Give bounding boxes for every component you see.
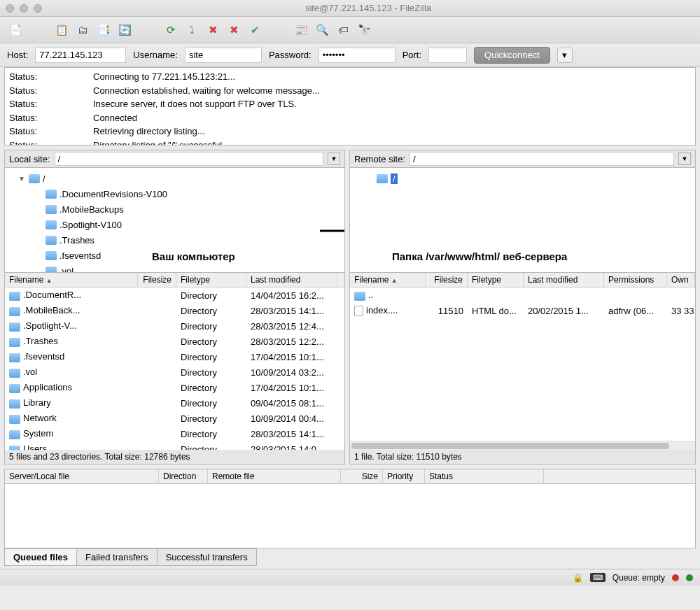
queue-status: Queue: empty <box>612 573 665 583</box>
list-item[interactable]: NetworkDirectory10/09/2014 00:4... <box>5 411 344 426</box>
list-item[interactable]: .volDirectory10/09/2014 03:2... <box>5 364 344 380</box>
folder-icon <box>9 307 20 316</box>
activity-indicator-1 <box>672 574 679 581</box>
rcol-modified[interactable]: Last modified <box>524 273 604 287</box>
sitemanager-icon[interactable]: 📄 <box>7 22 24 38</box>
rcol-filetype[interactable]: Filetype <box>468 273 524 287</box>
tree-item[interactable]: .vol <box>8 263 342 272</box>
list-item[interactable]: UsersDirectory28/03/2015 14:0... <box>5 441 344 450</box>
tab-successful[interactable]: Successful transfers <box>157 548 257 566</box>
rcol-filename[interactable]: Filename <box>354 275 388 285</box>
col-filename[interactable]: Filename <box>9 275 43 285</box>
list-item[interactable]: SystemDirectory28/03/2015 14:1... <box>5 426 344 441</box>
folder-icon <box>46 251 57 260</box>
folder-icon <box>9 322 20 332</box>
list-item[interactable]: .. <box>350 288 695 303</box>
folder-icon <box>46 267 57 273</box>
password-label: Password: <box>269 50 312 60</box>
message-log[interactable]: Status:Connecting to 77.221.145.123:21..… <box>4 67 696 146</box>
remote-file-list[interactable]: Filename ▲ Filesize Filetype Last modifi… <box>349 272 696 450</box>
horizontal-scrollbar[interactable] <box>350 441 695 450</box>
log-msg: Connected <box>93 111 137 125</box>
folder-icon <box>46 220 57 229</box>
tree-item[interactable]: / <box>353 171 692 186</box>
file-icon <box>354 306 363 316</box>
tab-failed[interactable]: Failed transfers <box>76 548 158 566</box>
host-input[interactable] <box>35 48 126 63</box>
tcol-direction[interactable]: Direction <box>159 469 208 483</box>
filter-icon[interactable]: ✔ <box>246 22 263 38</box>
toggle-queue-icon[interactable]: 📑 <box>95 22 112 38</box>
remote-path-input[interactable] <box>410 152 674 166</box>
list-item[interactable]: .TrashesDirectory28/03/2015 12:2... <box>5 334 344 349</box>
tcol-status[interactable]: Status <box>425 469 544 483</box>
rcol-permissions[interactable]: Permissions <box>604 273 667 287</box>
activity-indicator-2 <box>686 574 693 581</box>
list-item[interactable]: index....11510HTML do...20/02/2015 1...a… <box>350 303 695 318</box>
process-queue-icon[interactable]: ⟳ <box>162 22 179 38</box>
folder-icon <box>354 292 365 301</box>
transfer-queue: Server/Local file Direction Remote file … <box>4 469 696 566</box>
col-modified[interactable]: Last modified <box>246 273 337 287</box>
zoom-icon[interactable] <box>34 4 42 13</box>
log-key: Status: <box>9 97 93 111</box>
disconnect-icon[interactable]: ✖ <box>204 22 221 38</box>
rcol-filesize[interactable]: Filesize <box>426 273 468 287</box>
toggle-log-icon[interactable]: 📋 <box>53 22 70 38</box>
list-item[interactable]: LibraryDirectory09/04/2015 08:1... <box>5 395 344 411</box>
refresh-icon[interactable]: 🔄 <box>116 22 133 38</box>
toolbar: 📄 📋 🗂 📑 🔄 ⟳ ⤵ ✖ ✖ ✔ 📰 🔍 🏷 🔭 <box>0 17 700 43</box>
quickconnect-dropdown[interactable]: ▾ <box>557 48 573 63</box>
local-path-dropdown[interactable]: ▼ <box>328 152 340 165</box>
reconnect-icon[interactable]: ✖ <box>225 22 242 38</box>
transfer-body[interactable] <box>4 484 696 548</box>
sync-icon[interactable]: 🔍 <box>314 22 330 38</box>
bookmark-icon[interactable]: 🏷 <box>335 22 351 38</box>
close-icon[interactable] <box>6 4 14 13</box>
folder-icon <box>9 369 20 378</box>
local-site-label: Local site: <box>9 154 50 164</box>
remote-path-dropdown[interactable]: ▼ <box>678 152 691 165</box>
list-item[interactable]: .DocumentR...Directory14/04/2015 16:2... <box>5 288 344 303</box>
remote-status: 1 file. Total size: 11510 bytes <box>349 450 696 464</box>
password-input[interactable] <box>318 48 396 63</box>
log-key: Status: <box>9 111 93 125</box>
tcol-priority[interactable]: Priority <box>383 469 425 483</box>
minimize-icon[interactable] <box>20 4 28 13</box>
local-file-list[interactable]: Filename ▲ Filesize Filetype Last modifi… <box>4 272 345 450</box>
tcol-remote[interactable]: Remote file <box>208 469 341 483</box>
rcol-owner[interactable]: Own <box>667 273 695 287</box>
tab-queued[interactable]: Queued files <box>4 548 77 566</box>
local-tree[interactable]: ▼/.DocumentRevisions-V100.MobileBackups.… <box>4 167 345 272</box>
list-item[interactable]: .MobileBack...Directory28/03/2015 14:1..… <box>5 303 344 318</box>
local-path-input[interactable] <box>55 152 323 166</box>
log-msg: Connecting to 77.221.145.123:21... <box>93 70 235 84</box>
remote-tree[interactable]: / Папка /var/www/html/ веб-сервера <box>349 167 696 272</box>
folder-icon <box>9 430 20 439</box>
compare-icon[interactable]: 📰 <box>293 22 309 38</box>
search-icon[interactable]: 🔭 <box>356 22 372 38</box>
folder-icon <box>9 353 20 362</box>
port-input[interactable] <box>428 48 467 63</box>
username-input[interactable] <box>185 48 262 63</box>
list-item[interactable]: ApplicationsDirectory17/04/2015 10:1... <box>5 380 344 395</box>
list-item[interactable]: .Spotlight-V...Directory28/03/2015 12:4.… <box>5 318 344 334</box>
tcol-server[interactable]: Server/Local file <box>5 469 159 483</box>
tree-item[interactable]: .DocumentRevisions-V100 <box>8 186 342 201</box>
toggle-tree-icon[interactable]: 🗂 <box>74 22 91 38</box>
statusbar: 🔒 ⌨ Queue: empty <box>0 569 700 586</box>
window-title: site@77.221.145.123 - FileZilla <box>42 3 694 13</box>
tree-item[interactable]: .MobileBackups <box>8 201 342 217</box>
tree-item[interactable]: ▼/ <box>8 171 342 186</box>
local-annotation: Ваш компьютер <box>152 250 235 262</box>
tcol-size[interactable]: Size <box>341 469 383 483</box>
quickconnect-bar: Host: Username: Password: Port: Quickcon… <box>0 43 700 67</box>
col-filetype[interactable]: Filetype <box>176 273 246 287</box>
cancel-icon[interactable]: ⤵ <box>183 22 200 38</box>
tree-item[interactable]: .Trashes <box>8 232 342 248</box>
col-filesize[interactable]: Filesize <box>138 273 176 287</box>
log-msg: Insecure server, it does not support FTP… <box>93 97 297 111</box>
list-item[interactable]: .fseventsdDirectory17/04/2015 10:1... <box>5 349 344 364</box>
tree-item[interactable]: .Spotlight-V100 <box>8 217 342 232</box>
quickconnect-button[interactable]: Quickconnect <box>474 47 550 64</box>
